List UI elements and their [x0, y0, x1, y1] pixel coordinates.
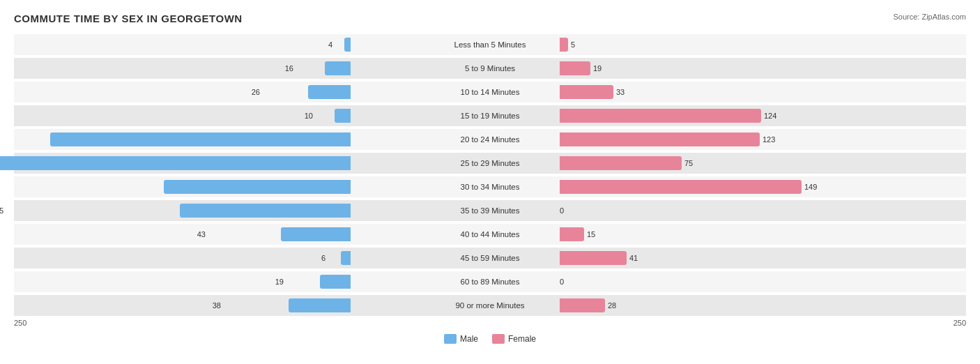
bar-label: 15 to 19 Minutes [420, 112, 560, 120]
bar-row: 3890 or more Minutes28 [14, 295, 966, 316]
female-value: 75 [684, 159, 693, 167]
bar-label: 40 to 44 Minutes [420, 230, 560, 238]
bar-row: 4340 to 44 Minutes15 [14, 224, 966, 245]
female-value: 149 [804, 183, 817, 191]
female-value: 41 [629, 254, 638, 262]
source-text: Source: ZipAtlas.com [893, 13, 966, 21]
bar-label: 25 to 29 Minutes [420, 159, 560, 167]
bar-label: 20 to 24 Minutes [420, 135, 560, 144]
male-value: 10 [305, 112, 316, 120]
female-legend-box [492, 334, 505, 344]
bar-row: 4Less than 5 Minutes5 [14, 34, 966, 55]
rows-area: 4Less than 5 Minutes5165 to 9 Minutes192… [14, 34, 966, 316]
bar-row: 2610 to 14 Minutes33 [14, 82, 966, 103]
male-value: 105 [0, 206, 6, 215]
bar-row: 23225 to 29 Minutes75 [14, 153, 966, 174]
bar-label: Less than 5 Minutes [420, 40, 560, 49]
bar-label: 10 to 14 Minutes [420, 88, 560, 96]
female-legend-label: Female [508, 334, 536, 344]
chart-container: COMMUTE TIME BY SEX IN GEORGETOWN Source… [0, 0, 980, 364]
bar-row: 1960 to 89 Minutes0 [14, 271, 966, 292]
male-value: 26 [252, 88, 263, 96]
axis-right: 250 [954, 319, 966, 327]
legend-area: Male Female [14, 334, 966, 344]
bar-label: 5 to 9 Minutes [420, 64, 560, 73]
bar-label: 90 or more Minutes [420, 301, 560, 310]
bar-label: 45 to 59 Minutes [420, 254, 560, 262]
female-value: 19 [593, 64, 602, 73]
male-value: 16 [285, 64, 296, 73]
bar-label: 30 to 34 Minutes [420, 183, 560, 191]
female-value: 0 [560, 278, 564, 286]
female-value: 123 [763, 135, 775, 144]
female-value: 5 [571, 40, 575, 49]
legend-female: Female [492, 334, 536, 344]
chart-title: COMMUTE TIME BY SEX IN GEORGETOWN [14, 13, 966, 24]
bar-row: 1015 to 19 Minutes124 [14, 105, 966, 126]
bar-label: 35 to 39 Minutes [420, 206, 560, 215]
bar-row: 165 to 9 Minutes19 [14, 58, 966, 79]
female-value: 33 [616, 88, 625, 96]
male-value: 6 [321, 254, 328, 262]
bar-row: 18520 to 24 Minutes123 [14, 129, 966, 150]
axis-row: 250 250 [14, 319, 966, 327]
legend-male: Male [444, 334, 478, 344]
bar-row: 11530 to 34 Minutes149 [14, 176, 966, 197]
bar-label: 60 to 89 Minutes [420, 278, 560, 286]
female-value: 0 [560, 206, 564, 215]
male-legend-box [444, 334, 457, 344]
male-value: 43 [197, 230, 208, 238]
female-value: 124 [764, 112, 776, 120]
male-value: 19 [275, 278, 286, 286]
bar-row: 645 to 59 Minutes41 [14, 248, 966, 268]
female-value: 15 [587, 230, 595, 238]
bar-row: 10535 to 39 Minutes0 [14, 200, 966, 221]
male-value: 4 [328, 40, 335, 49]
male-value: 38 [213, 301, 224, 310]
female-value: 28 [608, 301, 616, 310]
axis-left: 250 [14, 319, 26, 327]
male-legend-label: Male [460, 334, 478, 344]
